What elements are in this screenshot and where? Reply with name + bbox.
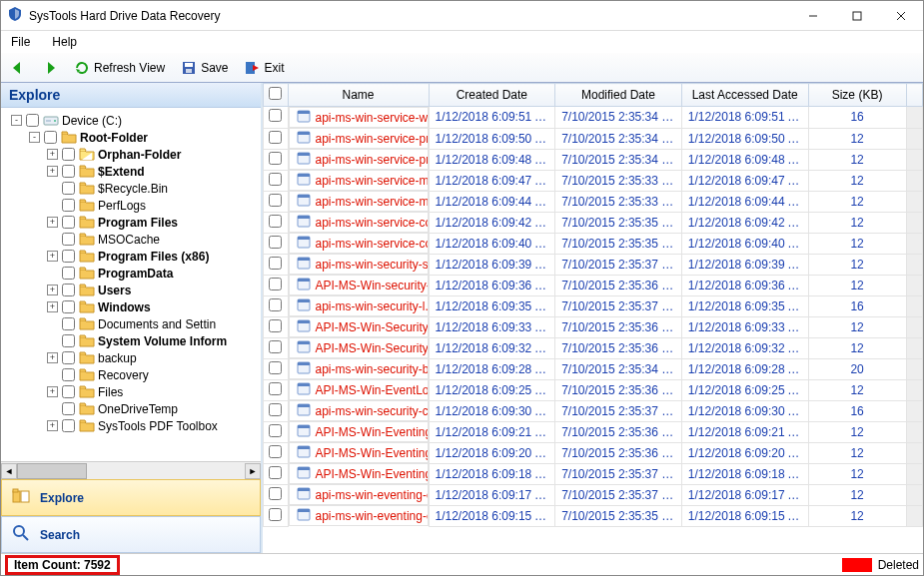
tree-checkbox[interactable] bbox=[62, 233, 75, 246]
tree-item[interactable]: +Program Files bbox=[5, 214, 261, 231]
tree-checkbox[interactable] bbox=[62, 300, 75, 313]
table-row[interactable]: api-ms-win-security-cr...1/12/2018 6:09:… bbox=[264, 400, 923, 421]
tree-expander[interactable]: + bbox=[47, 420, 58, 431]
tree-expander[interactable]: - bbox=[11, 115, 22, 126]
tree-item[interactable]: +$Extend bbox=[5, 163, 261, 180]
tree-item[interactable]: ProgramData bbox=[5, 265, 261, 282]
table-row[interactable]: API-MS-Win-Eventing-...1/12/2018 6:09:18… bbox=[264, 463, 923, 484]
table-row[interactable]: api-ms-win-eventing-c...1/12/2018 6:09:1… bbox=[264, 484, 923, 505]
row-checkbox[interactable] bbox=[269, 152, 282, 165]
tree-horizontal-scrollbar[interactable]: ◄ ► bbox=[1, 461, 261, 479]
tree-checkbox[interactable] bbox=[62, 250, 75, 263]
row-checkbox[interactable] bbox=[269, 424, 282, 437]
tree-item[interactable]: -Root-Folder bbox=[5, 129, 261, 146]
row-checkbox[interactable] bbox=[269, 361, 282, 374]
tree-item[interactable]: +backup bbox=[5, 349, 261, 366]
table-row[interactable]: API-MS-Win-EventLog...1/12/2018 6:09:25 … bbox=[264, 379, 923, 400]
row-checkbox[interactable] bbox=[269, 173, 282, 186]
tree-checkbox[interactable] bbox=[62, 334, 75, 347]
row-checkbox-cell[interactable] bbox=[264, 484, 289, 505]
menu-file[interactable]: File bbox=[7, 33, 34, 51]
col-modified[interactable]: Modified Date bbox=[555, 84, 682, 107]
row-checkbox-cell[interactable] bbox=[264, 379, 289, 400]
tree-item[interactable]: OneDriveTemp bbox=[5, 400, 261, 417]
tree-checkbox[interactable] bbox=[26, 114, 39, 127]
explore-tab-button[interactable]: Explore bbox=[1, 479, 261, 516]
tree-item[interactable]: +Orphan-Folder bbox=[5, 146, 261, 163]
grid-header-checkbox[interactable] bbox=[264, 84, 289, 107]
row-checkbox-cell[interactable] bbox=[264, 107, 289, 129]
row-checkbox[interactable] bbox=[269, 257, 282, 270]
menu-help[interactable]: Help bbox=[48, 33, 81, 51]
tree-item[interactable]: Documents and Settin bbox=[5, 315, 261, 332]
row-checkbox-cell[interactable] bbox=[264, 191, 289, 212]
tree-checkbox[interactable] bbox=[62, 402, 75, 415]
row-checkbox[interactable] bbox=[269, 131, 282, 144]
tree-checkbox[interactable] bbox=[62, 216, 75, 229]
row-checkbox-cell[interactable] bbox=[264, 400, 289, 421]
refresh-button[interactable]: Refresh View bbox=[71, 58, 168, 78]
row-checkbox-cell[interactable] bbox=[264, 128, 289, 149]
minimize-button[interactable] bbox=[791, 1, 835, 31]
table-row[interactable]: api-ms-win-service-pri...1/12/2018 6:09:… bbox=[264, 128, 923, 149]
tree-expander[interactable]: + bbox=[47, 352, 58, 363]
table-row[interactable]: api-ms-win-service-ma...1/12/2018 6:09:4… bbox=[264, 191, 923, 212]
close-button[interactable] bbox=[879, 1, 923, 31]
tree-item[interactable]: +Users bbox=[5, 282, 261, 298]
row-checkbox[interactable] bbox=[269, 403, 282, 416]
tree-expander[interactable]: + bbox=[47, 251, 58, 262]
nav-back-button[interactable] bbox=[7, 58, 29, 78]
col-created[interactable]: Created Date bbox=[429, 84, 555, 107]
scroll-left-arrow[interactable]: ◄ bbox=[1, 463, 17, 479]
tree-item[interactable]: MSOCache bbox=[5, 231, 261, 248]
table-row[interactable]: api-ms-win-service-pri...1/12/2018 6:09:… bbox=[264, 149, 923, 170]
row-checkbox[interactable] bbox=[269, 109, 282, 122]
table-row[interactable]: API-MS-Win-Security-...1/12/2018 6:09:33… bbox=[264, 316, 923, 337]
tree-item[interactable]: +SysTools PDF Toolbox bbox=[5, 417, 261, 434]
table-row[interactable]: api-ms-win-service-wi...1/12/2018 6:09:5… bbox=[264, 107, 923, 129]
col-size[interactable]: Size (KB) bbox=[808, 84, 906, 107]
row-checkbox-cell[interactable] bbox=[264, 254, 289, 275]
tree-expander[interactable]: + bbox=[47, 217, 58, 228]
row-checkbox[interactable] bbox=[269, 382, 282, 395]
tree-item[interactable]: +Program Files (x86) bbox=[5, 248, 261, 265]
table-row[interactable]: API-MS-Win-Eventing-...1/12/2018 6:09:21… bbox=[264, 421, 923, 442]
tree-checkbox[interactable] bbox=[62, 199, 75, 212]
table-row[interactable]: api-ms-win-security-b...1/12/2018 6:09:2… bbox=[264, 358, 923, 379]
row-checkbox-cell[interactable] bbox=[264, 212, 289, 233]
tree-item[interactable]: +Files bbox=[5, 383, 261, 400]
tree-expander[interactable]: + bbox=[47, 166, 58, 177]
tree-item[interactable]: Recovery bbox=[5, 366, 261, 383]
row-checkbox[interactable] bbox=[269, 215, 282, 228]
scroll-right-arrow[interactable]: ► bbox=[245, 463, 261, 479]
folder-tree[interactable]: -Device (C:)-Root-Folder+Orphan-Folder+$… bbox=[1, 108, 261, 461]
row-checkbox[interactable] bbox=[269, 487, 282, 500]
tree-expander[interactable]: + bbox=[47, 301, 58, 312]
exit-button[interactable]: Exit bbox=[242, 58, 288, 78]
table-row[interactable]: API-MS-Win-Eventing-...1/12/2018 6:09:20… bbox=[264, 442, 923, 463]
tree-checkbox[interactable] bbox=[62, 317, 75, 330]
row-checkbox-cell[interactable] bbox=[264, 442, 289, 463]
row-checkbox-cell[interactable] bbox=[264, 463, 289, 484]
tree-checkbox[interactable] bbox=[62, 385, 75, 398]
file-grid-scroll[interactable]: Name Created Date Modified Date Last Acc… bbox=[263, 83, 923, 553]
table-row[interactable]: API-MS-Win-security-...1/12/2018 6:09:36… bbox=[264, 275, 923, 295]
tree-checkbox[interactable] bbox=[62, 165, 75, 178]
row-checkbox-cell[interactable] bbox=[264, 295, 289, 316]
row-checkbox-cell[interactable] bbox=[264, 170, 289, 191]
maximize-button[interactable] bbox=[835, 1, 879, 31]
tree-checkbox[interactable] bbox=[62, 284, 75, 296]
row-checkbox[interactable] bbox=[269, 445, 282, 458]
row-checkbox[interactable] bbox=[269, 278, 282, 290]
row-checkbox-cell[interactable] bbox=[264, 316, 289, 337]
tree-expander[interactable]: + bbox=[47, 149, 58, 160]
table-row[interactable]: api-ms-win-security-s...1/12/2018 6:09:3… bbox=[264, 254, 923, 275]
row-checkbox[interactable] bbox=[269, 298, 282, 311]
tree-item[interactable]: -Device (C:) bbox=[5, 112, 261, 129]
tree-checkbox[interactable] bbox=[62, 368, 75, 381]
tree-checkbox[interactable] bbox=[62, 351, 75, 364]
col-accessed[interactable]: Last Accessed Date bbox=[681, 84, 808, 107]
row-checkbox-cell[interactable] bbox=[264, 233, 289, 254]
row-checkbox[interactable] bbox=[269, 194, 282, 207]
tree-checkbox[interactable] bbox=[44, 131, 57, 144]
